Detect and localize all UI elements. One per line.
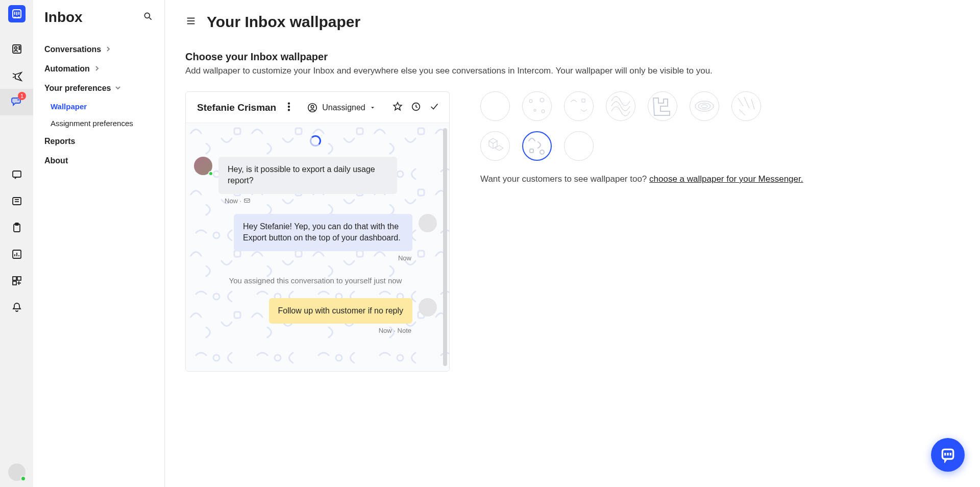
- svg-point-38: [542, 110, 545, 113]
- svg-line-24: [150, 18, 152, 20]
- search-icon: [143, 11, 153, 21]
- svg-point-36: [540, 98, 544, 102]
- customer-avatar: [194, 157, 212, 175]
- wallpaper-option-dots[interactable]: [522, 91, 552, 121]
- picker-footer: Want your customers to see wallpaper too…: [480, 174, 803, 184]
- rail-conversations-badge: 1: [18, 92, 26, 100]
- logo-icon: [11, 8, 23, 20]
- wallpaper-option-maze[interactable]: [648, 91, 677, 121]
- rail-reports[interactable]: [0, 241, 33, 267]
- svg-rect-19: [17, 277, 21, 280]
- svg-rect-34: [244, 199, 250, 203]
- svg-point-42: [701, 105, 707, 108]
- wallpaper-option-doodle[interactable]: [522, 131, 552, 161]
- star-icon: [392, 101, 403, 112]
- wallpaper-option-cubes[interactable]: [480, 131, 510, 161]
- svg-line-46: [739, 109, 745, 115]
- rail-apps[interactable]: [0, 267, 33, 294]
- wallpaper-option-blank2[interactable]: [564, 131, 594, 161]
- teammate-avatar: [419, 214, 437, 232]
- chevron-down-icon: [115, 84, 121, 93]
- star-button[interactable]: [392, 101, 403, 114]
- svg-rect-39: [582, 99, 585, 102]
- hamburger-icon: [185, 15, 197, 27]
- wallpaper-option-shards[interactable]: [731, 91, 761, 121]
- outgoing-message: Hey Stefanie! Yep, you can do that with …: [234, 214, 412, 251]
- svg-rect-9: [13, 198, 21, 205]
- wallpaper-option-wave[interactable]: [564, 91, 594, 121]
- panel-title: Inbox: [44, 9, 83, 26]
- messenger-icon: [940, 447, 956, 463]
- svg-point-28: [288, 103, 290, 104]
- nav-conversations[interactable]: Conversations: [44, 40, 153, 59]
- rail-send[interactable]: [0, 62, 33, 89]
- incoming-meta: Now ·: [225, 197, 437, 205]
- svg-point-40: [695, 101, 714, 111]
- teammate-avatar: [419, 298, 437, 316]
- svg-rect-20: [13, 281, 16, 285]
- online-indicator-icon: [20, 476, 26, 481]
- app-logo[interactable]: [8, 5, 26, 22]
- page-title: Your Inbox wallpaper: [207, 13, 360, 31]
- rail-notifications[interactable]: [0, 294, 33, 321]
- svg-point-41: [698, 103, 710, 109]
- icon-rail: 1: [0, 0, 33, 487]
- clock-icon: [410, 101, 422, 112]
- svg-point-37: [534, 109, 536, 111]
- wallpaper-picker: Want your customers to see wallpaper too…: [480, 91, 803, 184]
- system-note: You assigned this conversation to yourse…: [194, 276, 437, 285]
- wallpaper-option-lattice[interactable]: [606, 91, 635, 121]
- assignee-dropdown[interactable]: Unassigned: [307, 102, 376, 113]
- user-circle-icon: [307, 102, 318, 113]
- svg-rect-48: [530, 149, 533, 153]
- rail-articles[interactable]: [0, 188, 33, 214]
- rail-contacts[interactable]: [0, 36, 33, 62]
- nav-your-preferences[interactable]: Your preferences: [44, 79, 153, 98]
- outgoing-meta: Now: [194, 254, 411, 262]
- rail-user-avatar[interactable]: [8, 464, 26, 481]
- nav-wallpaper[interactable]: Wallpaper: [51, 98, 153, 115]
- section-subtitle: Add wallpaper to customize your Inbox an…: [185, 66, 960, 76]
- more-actions-button[interactable]: [283, 101, 295, 114]
- svg-point-47: [540, 150, 544, 154]
- scrollbar[interactable]: [443, 128, 447, 366]
- messenger-wallpaper-link[interactable]: choose a wallpaper for your Messenger.: [649, 174, 803, 184]
- snooze-button[interactable]: [410, 101, 422, 114]
- note-meta: Now · Note: [194, 327, 411, 334]
- wallpaper-option-topo[interactable]: [690, 91, 719, 121]
- svg-rect-18: [13, 277, 16, 280]
- svg-point-23: [144, 13, 150, 18]
- svg-point-32: [311, 105, 314, 108]
- svg-point-6: [19, 46, 20, 47]
- svg-point-29: [288, 106, 290, 108]
- svg-line-45: [751, 99, 754, 109]
- loading-spinner-icon: [310, 135, 321, 147]
- nav-about[interactable]: About: [44, 151, 153, 171]
- svg-line-44: [744, 97, 749, 108]
- conversation-preview: Stefanie Crisman Unassigned: [185, 91, 450, 372]
- svg-point-7: [19, 48, 20, 50]
- close-button[interactable]: [429, 101, 440, 114]
- nav-assignment-preferences[interactable]: Assignment preferences: [51, 115, 153, 132]
- svg-point-5: [14, 47, 17, 50]
- chevron-right-icon: [94, 64, 100, 74]
- mail-icon: [243, 197, 251, 204]
- preview-contact-name: Stefanie Crisman: [197, 102, 276, 113]
- check-icon: [429, 101, 440, 112]
- svg-point-35: [529, 100, 532, 103]
- chevron-right-icon: [105, 45, 111, 54]
- main-content: Your Inbox wallpaper Choose your Inbox w…: [165, 0, 980, 487]
- svg-rect-8: [13, 171, 21, 177]
- messenger-widget[interactable]: [931, 438, 965, 472]
- search-button[interactable]: [143, 11, 153, 23]
- nav-panel: Inbox Conversations Automation Your pref…: [33, 0, 165, 487]
- rail-messages[interactable]: [0, 161, 33, 188]
- section-title: Choose your Inbox wallpaper: [185, 51, 960, 63]
- rail-conversations[interactable]: 1: [0, 89, 33, 115]
- kebab-icon: [283, 101, 295, 112]
- nav-automation[interactable]: Automation: [44, 59, 153, 79]
- nav-reports[interactable]: Reports: [44, 132, 153, 151]
- toggle-nav-button[interactable]: [185, 15, 197, 29]
- rail-clipboard[interactable]: [0, 214, 33, 241]
- wallpaper-option-none[interactable]: [480, 91, 510, 121]
